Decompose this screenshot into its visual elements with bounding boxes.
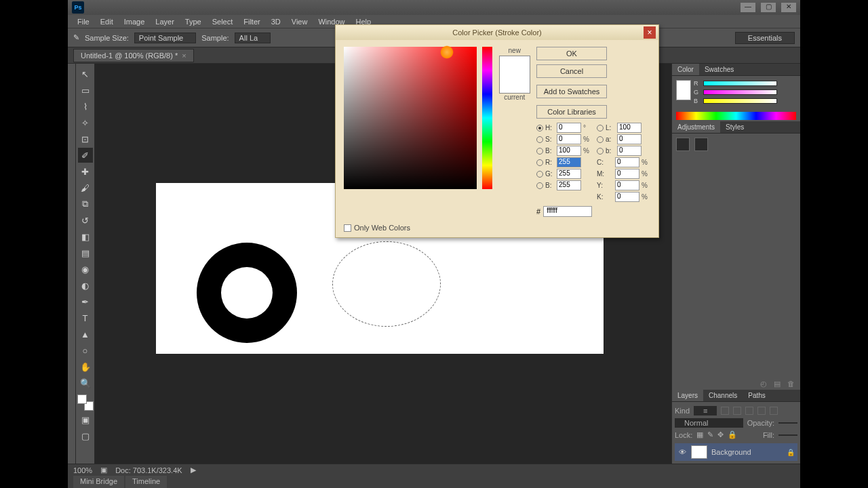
close-button[interactable]: ✕: [781, 3, 796, 12]
menu-edit[interactable]: Edit: [95, 16, 119, 27]
slider-g[interactable]: [703, 89, 777, 95]
radio-l[interactable]: [597, 125, 604, 131]
minimize-button[interactable]: —: [741, 3, 755, 12]
move-tool[interactable]: ↖: [78, 66, 93, 81]
radio-b[interactable]: [597, 148, 604, 155]
filter-adjust-icon[interactable]: [733, 407, 741, 415]
magic-wand-tool[interactable]: ✧: [78, 115, 93, 130]
foreground-background-color[interactable]: [77, 394, 94, 411]
sv-cursor[interactable]: [440, 45, 454, 59]
bv-input[interactable]: 100: [557, 146, 581, 156]
tab-paths[interactable]: Paths: [743, 390, 771, 401]
lock-position-icon[interactable]: ✥: [717, 430, 724, 439]
marquee-tool[interactable]: ▭: [78, 83, 93, 98]
radio-r[interactable]: [536, 159, 543, 166]
dialog-close-button[interactable]: ×: [644, 26, 656, 39]
sample-select[interactable]: All La: [235, 33, 271, 43]
s-input[interactable]: 0: [557, 134, 581, 144]
a-input[interactable]: 0: [617, 134, 642, 144]
cancel-button[interactable]: Cancel: [536, 64, 607, 78]
tab-channels[interactable]: Channels: [703, 390, 743, 401]
add-to-swatches-button[interactable]: Add to Swatches: [536, 85, 607, 98]
saturation-value-field[interactable]: [344, 47, 477, 189]
menu-type[interactable]: Type: [180, 16, 207, 27]
dodge-tool[interactable]: ◐: [78, 278, 93, 293]
adjustment-preset[interactable]: [694, 138, 708, 151]
bch-input[interactable]: 255: [557, 180, 581, 190]
b-input[interactable]: 0: [617, 146, 642, 156]
close-tab-icon[interactable]: ×: [182, 52, 186, 60]
tab-color[interactable]: Color: [672, 64, 699, 75]
workspace-switcher[interactable]: Essentials: [735, 32, 795, 44]
healing-tool[interactable]: ✚: [78, 164, 93, 179]
only-web-colors-checkbox[interactable]: [344, 224, 351, 232]
panel-icon[interactable]: ▤: [774, 380, 781, 388]
menu-file[interactable]: File: [72, 16, 95, 27]
lock-pixels-icon[interactable]: ✎: [707, 430, 713, 439]
g-input[interactable]: 255: [557, 169, 581, 179]
radio-bv[interactable]: [536, 148, 543, 155]
hand-tool[interactable]: ✋: [78, 359, 93, 374]
y-input[interactable]: 0: [615, 180, 639, 190]
hex-input[interactable]: ffffff: [543, 206, 592, 217]
filter-pixel-icon[interactable]: [721, 407, 729, 415]
path-select-tool[interactable]: ▲: [78, 327, 93, 342]
filter-smart-icon[interactable]: [770, 407, 778, 415]
zoom-tool[interactable]: 🔍: [78, 375, 93, 390]
layer-thumbnail[interactable]: [691, 445, 707, 459]
k-input[interactable]: 0: [615, 192, 639, 202]
ok-button[interactable]: OK: [536, 47, 607, 60]
sample-size-select[interactable]: Point Sample: [134, 33, 196, 43]
panel-icon[interactable]: 🗑: [787, 380, 795, 388]
slider-b[interactable]: [703, 98, 777, 104]
document-tab[interactable]: Untitled-1 @ 100% (RGB/8) * ×: [73, 49, 194, 62]
status-doc-size[interactable]: Doc: 703.1K/323.4K: [115, 466, 182, 474]
radio-s[interactable]: [536, 136, 543, 143]
dialog-title[interactable]: Color Picker (Stroke Color) ×: [336, 25, 658, 40]
history-brush-tool[interactable]: ↺: [78, 213, 93, 228]
l-input[interactable]: 100: [617, 123, 642, 133]
slider-r[interactable]: [703, 81, 777, 86]
menu-view[interactable]: View: [286, 16, 313, 27]
status-zoom[interactable]: 100%: [73, 466, 92, 474]
pen-tool[interactable]: ✒: [78, 294, 93, 309]
eyedropper-tool[interactable]: ✐: [78, 148, 93, 163]
radio-h[interactable]: [536, 125, 543, 131]
fill-input[interactable]: [778, 434, 797, 436]
tab-swatches[interactable]: Swatches: [699, 64, 739, 75]
brush-tool[interactable]: 🖌: [78, 180, 93, 195]
opacity-input[interactable]: [778, 422, 797, 424]
filter-type-icon[interactable]: [745, 407, 753, 415]
blur-tool[interactable]: ◉: [78, 262, 93, 277]
tab-timeline[interactable]: Timeline: [125, 476, 167, 488]
filter-shape-icon[interactable]: [757, 407, 766, 415]
visibility-icon[interactable]: 👁: [677, 448, 687, 456]
h-input[interactable]: 0: [557, 123, 581, 133]
radio-g[interactable]: [536, 171, 543, 178]
menu-select[interactable]: Select: [207, 16, 239, 27]
screen-mode-toggle[interactable]: ▢: [78, 428, 93, 443]
adjustment-preset[interactable]: [676, 138, 690, 151]
m-input[interactable]: 0: [615, 169, 639, 179]
menu-filter[interactable]: Filter: [238, 16, 265, 27]
menu-3d[interactable]: 3D: [266, 16, 286, 27]
tab-styles[interactable]: Styles: [720, 121, 749, 133]
shape-tool[interactable]: ○: [78, 343, 93, 358]
kind-select[interactable]: ≡: [694, 406, 717, 415]
color-libraries-button[interactable]: Color Libraries: [536, 105, 607, 119]
quick-mask-toggle[interactable]: ▣: [78, 412, 93, 427]
tab-layers[interactable]: Layers: [672, 390, 703, 401]
menu-layer[interactable]: Layer: [150, 16, 180, 27]
maximize-button[interactable]: ▢: [761, 3, 776, 12]
stamp-tool[interactable]: ⧉: [78, 197, 93, 211]
panel-icon[interactable]: ◴: [760, 380, 767, 388]
r-input[interactable]: 255: [557, 157, 581, 167]
color-spectrum[interactable]: [676, 112, 796, 120]
lock-transparent-icon[interactable]: ▦: [696, 430, 703, 439]
color-fg-swatch[interactable]: [676, 80, 691, 100]
layer-item-background[interactable]: 👁 Background 🔒: [675, 443, 797, 461]
radio-a[interactable]: [597, 136, 604, 143]
crop-tool[interactable]: ⊡: [78, 131, 93, 146]
lasso-tool[interactable]: ⌇: [78, 99, 93, 114]
menu-image[interactable]: Image: [119, 16, 151, 27]
